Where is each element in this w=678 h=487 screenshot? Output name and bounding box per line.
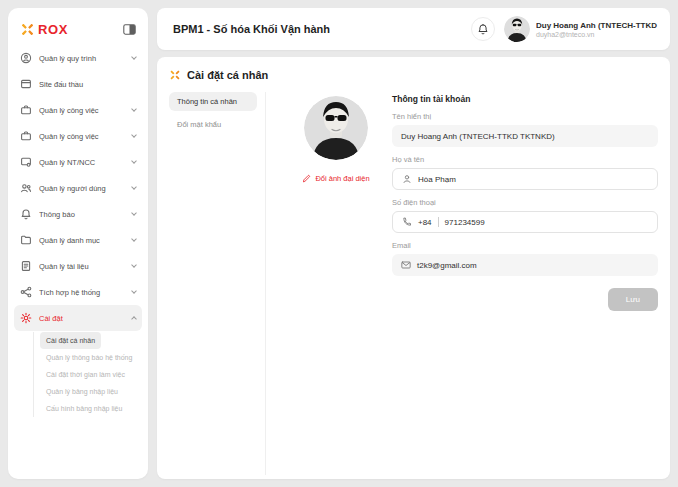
bell-icon — [477, 23, 489, 35]
sidebar-item-label: Quản lý tài liệu — [39, 262, 125, 271]
avatar-column: Đổi ảnh đại diện — [280, 92, 392, 475]
submenu-item-quan-ly-thong-bao-he-thong[interactable]: Quản lý thông báo hệ thống — [40, 349, 138, 366]
header-title: BPM1 - Số hóa Khối Vận hành — [173, 23, 330, 35]
mail-icon — [401, 260, 411, 270]
chevron-down-icon — [131, 262, 137, 268]
briefcase-icon — [20, 104, 32, 116]
display-name-field: Duy Hoang Anh (TNTECH-TTKD TKTNKD) — [392, 125, 658, 147]
app-root: ROX Quản lý quy trình Site đấu thầu — [0, 0, 678, 487]
profile-avatar — [304, 96, 368, 160]
sidebar-item-cai-dat[interactable]: Cài đặt — [14, 305, 142, 331]
settings-content: Thông tin cá nhân Đổi mật khẩu — [169, 92, 658, 475]
phone-field[interactable]: +84 971234599 — [392, 211, 658, 233]
notifications-button[interactable] — [471, 17, 495, 41]
email-field: t2k9@gmail.com — [392, 254, 658, 276]
sidebar-toggle-icon — [123, 24, 136, 35]
rox-logo: ROX — [20, 22, 68, 37]
save-row: Lưu — [392, 288, 658, 311]
user-meta: Duy Hoang Anh (TNTECH-TTKD TKT... duyha2… — [536, 21, 658, 38]
chevron-down-icon — [131, 106, 137, 112]
sidebar-item-label: Quản lý quy trình — [39, 54, 125, 63]
main-column: BPM1 - Số hóa Khối Vận hành — [157, 8, 670, 479]
settings-tabs: Thông tin cá nhân Đổi mật khẩu — [169, 92, 265, 475]
top-header: BPM1 - Số hóa Khối Vận hành — [157, 8, 670, 50]
pencil-icon — [302, 174, 311, 183]
sidebar-item-quan-ly-nt-ncc[interactable]: Quản lý NT/NCC — [14, 149, 142, 175]
folder-icon — [20, 234, 32, 246]
page-title: Cài đặt cá nhân — [187, 69, 268, 81]
bell-icon — [20, 208, 32, 220]
settings-panel: Cài đặt cá nhân Thông tin cá nhân Đổi mậ… — [157, 57, 670, 479]
briefcase-icon — [20, 130, 32, 142]
sidebar-item-label: Quản lý người dùng — [39, 184, 125, 193]
chevron-down-icon — [131, 54, 137, 60]
rox-logo-mark-icon — [20, 22, 35, 37]
save-button[interactable]: Lưu — [608, 288, 658, 311]
sidebar-item-site-dau-thau[interactable]: Site đấu thầu — [14, 71, 142, 97]
change-avatar-button[interactable]: Đổi ảnh đại diện — [302, 174, 369, 183]
sidebar-item-thong-bao[interactable]: Thông báo — [14, 201, 142, 227]
user-email: duyha2@tnteco.vn — [536, 31, 658, 38]
chevron-up-icon — [131, 316, 137, 322]
sidebar-item-quan-ly-cong-viec-2[interactable]: Quản lý công việc — [14, 123, 142, 149]
vendor-icon — [20, 156, 32, 168]
chevron-down-icon — [131, 210, 137, 216]
profile-section: Đổi ảnh đại diện Thông tin tài khoản Tên… — [265, 92, 658, 475]
user-icon — [402, 174, 412, 184]
submenu-item-cai-dat-ca-nhan[interactable]: Cài đặt cá nhân — [40, 332, 101, 349]
sidebar-item-label: Site đấu thầu — [39, 80, 136, 89]
rox-mark-icon — [169, 69, 181, 81]
sidebar: ROX Quản lý quy trình Site đấu thầu — [8, 8, 148, 479]
chevron-down-icon — [131, 236, 137, 242]
phone-prefix: +84 — [418, 218, 432, 227]
document-icon — [20, 260, 32, 272]
chevron-down-icon — [131, 158, 137, 164]
submenu-item-quan-ly-bang-nhap-lieu[interactable]: Quản lý bảng nhập liệu — [40, 383, 138, 400]
tab-thong-tin-ca-nhan[interactable]: Thông tin cá nhân — [169, 92, 257, 111]
settings-submenu: Cài đặt cá nhân Quản lý thông báo hệ thố… — [33, 332, 138, 417]
tab-doi-mat-khau[interactable]: Đổi mật khẩu — [169, 115, 257, 134]
sidebar-item-label: Thông báo — [39, 210, 125, 219]
email-label: Email — [392, 241, 658, 250]
chevron-down-icon — [131, 288, 137, 294]
phone-label: Số điện thoại — [392, 198, 658, 207]
phone-value: 971234599 — [445, 218, 485, 227]
sidebar-item-quan-ly-nguoi-dung[interactable]: Quản lý người dùng — [14, 175, 142, 201]
site-icon — [20, 78, 32, 90]
gear-icon — [20, 312, 32, 324]
account-form: Thông tin tài khoản Tên hiển thị Duy Hoa… — [392, 92, 658, 475]
sidebar-item-label: Quản lý công việc — [39, 132, 125, 141]
display-name-value: Duy Hoang Anh (TNTECH-TTKD TKTNKD) — [401, 132, 555, 141]
page-title-row: Cài đặt cá nhân — [169, 69, 658, 81]
email-value: t2k9@gmail.com — [417, 261, 477, 270]
integration-icon — [20, 286, 32, 298]
user-menu[interactable]: Duy Hoang Anh (TNTECH-TTKD TKT... duyha2… — [504, 16, 658, 42]
form-section-title: Thông tin tài khoản — [392, 94, 658, 104]
user-name: Duy Hoang Anh (TNTECH-TTKD TKT... — [536, 21, 658, 30]
sidebar-collapse-button[interactable] — [123, 24, 136, 35]
display-name-label: Tên hiển thị — [392, 112, 658, 121]
chevron-down-icon — [131, 184, 137, 190]
sidebar-item-tich-hop-he-thong[interactable]: Tích hợp hệ thống — [14, 279, 142, 305]
full-name-value: Hòa Phạm — [418, 175, 456, 184]
phone-icon — [402, 217, 412, 227]
avatar — [504, 16, 530, 42]
header-right: Duy Hoang Anh (TNTECH-TTKD TKT... duyha2… — [471, 16, 658, 42]
submenu-item-cai-dat-thoi-gian-lam-viec[interactable]: Cài đặt thời gian làm việc — [40, 366, 138, 383]
sidebar-item-label: Tích hợp hệ thống — [39, 288, 125, 297]
sidebar-logo-row: ROX — [8, 12, 148, 45]
submenu-item-cau-hinh-bang-nhap-lieu[interactable]: Cấu hình bảng nhập liệu — [40, 400, 138, 417]
sidebar-nav: Quản lý quy trình Site đấu thầu Quản lý … — [8, 45, 148, 417]
sidebar-item-quan-ly-danh-muc[interactable]: Quản lý danh mục — [14, 227, 142, 253]
sidebar-item-quan-ly-quy-trinh[interactable]: Quản lý quy trình — [14, 45, 142, 71]
full-name-field[interactable]: Hòa Phạm — [392, 168, 658, 190]
sidebar-item-label: Cài đặt — [39, 314, 125, 323]
change-avatar-label: Đổi ảnh đại diện — [315, 174, 369, 183]
sidebar-item-label: Quản lý công việc — [39, 106, 125, 115]
sidebar-item-quan-ly-tai-lieu[interactable]: Quản lý tài liệu — [14, 253, 142, 279]
process-icon — [20, 52, 32, 64]
sidebar-item-quan-ly-cong-viec-1[interactable]: Quản lý công việc — [14, 97, 142, 123]
users-icon — [20, 182, 32, 194]
full-name-label: Họ và tên — [392, 155, 658, 164]
sidebar-item-label: Quản lý NT/NCC — [39, 158, 125, 167]
